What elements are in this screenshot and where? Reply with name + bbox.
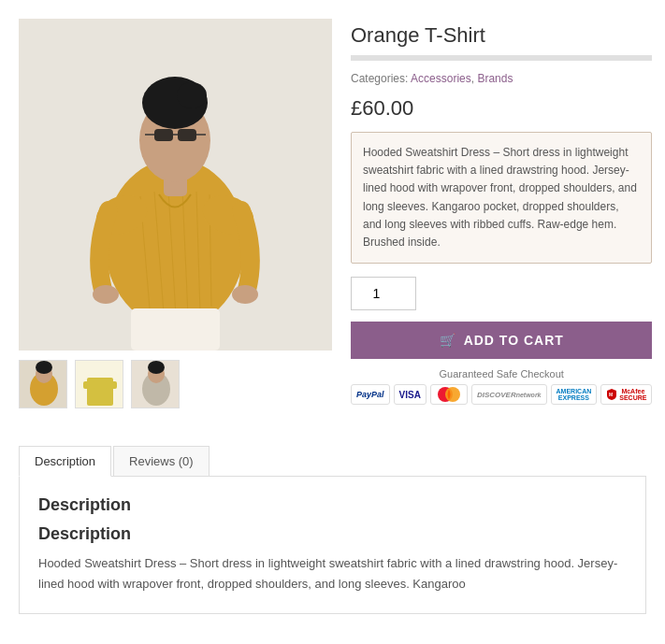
mcafee-icon: M McAfeeSECURE <box>600 384 652 405</box>
thumbnail-3[interactable] <box>131 360 180 408</box>
safe-checkout-label: Guaranteed Safe Checkout <box>351 368 652 379</box>
svg-rect-28 <box>83 381 94 389</box>
svg-point-35 <box>445 387 460 402</box>
rating-bar <box>351 55 652 61</box>
svg-rect-15 <box>154 129 173 141</box>
discover-icon: DISCOVERnetwork <box>471 384 547 405</box>
tabs-section: Description Reviews (0) Description Desc… <box>0 446 665 614</box>
mastercard-icon <box>430 384 468 405</box>
svg-rect-29 <box>106 381 117 389</box>
quantity-input[interactable] <box>351 277 416 310</box>
paypal-icon: PayPal <box>351 384 390 405</box>
category-brands[interactable]: Brands <box>477 72 513 85</box>
product-categories: Categories: Accessories, Brands <box>351 72 652 85</box>
payment-icons: PayPal VISA DISCOVERnetwork AMERICANEXPR… <box>351 384 652 405</box>
svg-point-21 <box>232 285 258 304</box>
svg-point-14 <box>177 82 207 108</box>
product-section: Orange T-Shirt Categories: Accessories, … <box>0 0 665 427</box>
tab-description[interactable]: Description <box>19 446 111 477</box>
product-details: Orange T-Shirt Categories: Accessories, … <box>351 19 652 408</box>
description-body: Hooded Sweatshirt Dress – Short dress in… <box>38 553 627 594</box>
product-title: Orange T-Shirt <box>351 23 652 48</box>
svg-point-33 <box>148 361 165 374</box>
cart-icon: 🛒 <box>440 333 456 348</box>
description-heading-2: Description <box>38 524 627 544</box>
thumbnail-1[interactable] <box>19 360 67 408</box>
thumbnail-images <box>19 360 332 408</box>
tab-content: Description Description Hooded Sweatshir… <box>19 477 646 614</box>
product-images <box>19 19 332 408</box>
tab-reviews[interactable]: Reviews (0) <box>113 446 210 476</box>
svg-point-25 <box>36 361 52 374</box>
main-product-image <box>19 19 332 351</box>
product-short-description: Hooded Sweatshirt Dress – Short dress in… <box>351 132 652 264</box>
thumbnail-2[interactable] <box>75 360 123 408</box>
add-to-cart-button[interactable]: 🛒 ADD TO CART <box>351 322 652 359</box>
visa-icon: VISA <box>394 384 426 405</box>
category-accessories[interactable]: Accessories <box>411 72 471 85</box>
tabs-header: Description Reviews (0) <box>19 446 646 477</box>
svg-text:M: M <box>609 392 613 397</box>
description-heading-1: Description <box>38 495 627 515</box>
safe-checkout-section: Guaranteed Safe Checkout PayPal VISA DIS… <box>351 368 652 405</box>
amex-icon: AMERICANEXPRESS <box>551 384 598 405</box>
product-price: £60.00 <box>351 96 652 121</box>
svg-rect-16 <box>178 129 196 141</box>
svg-rect-10 <box>131 308 220 351</box>
svg-point-20 <box>93 285 119 304</box>
